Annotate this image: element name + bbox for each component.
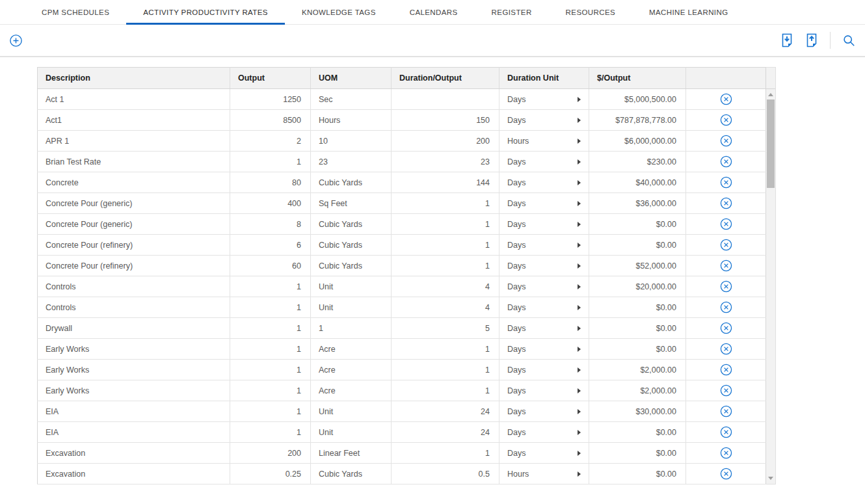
dropdown-arrow-icon[interactable] [578, 180, 581, 185]
cell-uom[interactable]: Sec [311, 89, 392, 110]
column-header-cost-output[interactable]: $/Output [589, 68, 686, 89]
cell-duration-unit[interactable]: Days [499, 297, 589, 318]
cell-output[interactable]: 6 [230, 235, 311, 256]
import-file-icon[interactable] [780, 33, 793, 47]
delete-row-button[interactable] [720, 405, 732, 418]
export-file-icon[interactable] [805, 33, 818, 47]
delete-row-button[interactable] [720, 155, 732, 168]
cell-uom[interactable]: Sq Feet [311, 193, 392, 214]
cell-cost-output[interactable]: $0.00 [589, 443, 686, 464]
dropdown-arrow-icon[interactable] [578, 139, 581, 144]
tab-machine-learning[interactable]: MACHINE LEARNING [632, 0, 745, 24]
cell-cost-output[interactable]: $0.00 [589, 464, 686, 484]
delete-row-button[interactable] [720, 176, 732, 189]
cell-duration-output[interactable]: 1 [392, 443, 499, 464]
dropdown-arrow-icon[interactable] [578, 388, 581, 393]
cell-uom[interactable]: Unit [311, 401, 392, 422]
delete-row-button[interactable] [720, 301, 732, 313]
cell-duration-output[interactable]: 144 [392, 172, 499, 193]
cell-duration-output[interactable]: 150 [392, 110, 499, 131]
cell-duration-output[interactable]: 1 [392, 214, 499, 235]
cell-duration-unit[interactable]: Days [499, 256, 589, 276]
delete-row-button[interactable] [720, 135, 732, 147]
column-header-duration-output[interactable]: Duration/Output [392, 68, 499, 89]
cell-output[interactable]: 60 [230, 256, 311, 276]
add-circle-icon[interactable] [9, 34, 23, 47]
scrollbar-thumb[interactable] [767, 99, 775, 188]
cell-duration-output[interactable]: 200 [392, 131, 499, 152]
cell-duration-unit[interactable]: Days [499, 380, 589, 401]
dropdown-arrow-icon[interactable] [578, 118, 581, 123]
delete-row-button[interactable] [720, 280, 732, 293]
cell-description[interactable]: EIA [38, 422, 230, 443]
cell-description[interactable]: Act 1 [38, 89, 230, 110]
dropdown-arrow-icon[interactable] [578, 430, 581, 435]
cell-description[interactable]: Early Works [38, 339, 230, 360]
search-icon[interactable] [842, 34, 856, 47]
cell-duration-output[interactable]: 1 [392, 339, 499, 360]
cell-cost-output[interactable]: $787,878,778.00 [589, 110, 686, 131]
scrollbar-track[interactable] [766, 89, 775, 484]
cell-uom[interactable]: Cubic Yards [311, 256, 392, 276]
cell-cost-output[interactable]: $230.00 [589, 152, 686, 172]
cell-uom[interactable]: 23 [311, 152, 392, 172]
cell-cost-output[interactable]: $40,000.00 [589, 172, 686, 193]
dropdown-arrow-icon[interactable] [578, 305, 581, 310]
cell-description[interactable]: Early Works [38, 380, 230, 401]
cell-uom[interactable]: Unit [311, 422, 392, 443]
cell-duration-unit[interactable]: Hours [499, 131, 589, 152]
cell-description[interactable]: Concrete Pour (refinery) [38, 235, 230, 256]
cell-duration-unit[interactable]: Days [499, 193, 589, 214]
tab-register[interactable]: REGISTER [475, 0, 549, 24]
cell-duration-unit[interactable]: Days [499, 89, 589, 110]
cell-uom[interactable]: Unit [311, 276, 392, 297]
cell-cost-output[interactable]: $2,000.00 [589, 360, 686, 380]
cell-output[interactable]: 1 [230, 152, 311, 172]
dropdown-arrow-icon[interactable] [578, 284, 581, 289]
cell-duration-unit[interactable]: Days [499, 172, 589, 193]
cell-cost-output[interactable]: $0.00 [589, 318, 686, 339]
cell-duration-output[interactable]: 24 [392, 401, 499, 422]
delete-row-button[interactable] [720, 93, 732, 105]
delete-row-button[interactable] [720, 114, 732, 126]
cell-description[interactable]: Controls [38, 276, 230, 297]
cell-uom[interactable]: Cubic Yards [311, 235, 392, 256]
cell-uom[interactable]: Acre [311, 339, 392, 360]
cell-description[interactable]: APR 1 [38, 131, 230, 152]
cell-uom[interactable]: 1 [311, 318, 392, 339]
cell-description[interactable]: Concrete Pour (refinery) [38, 256, 230, 276]
cell-cost-output[interactable]: $30,000.00 [589, 401, 686, 422]
cell-uom[interactable]: Cubic Yards [311, 172, 392, 193]
delete-row-button[interactable] [720, 218, 732, 230]
delete-row-button[interactable] [720, 468, 732, 480]
cell-output[interactable]: 400 [230, 193, 311, 214]
cell-duration-output[interactable]: 1 [392, 235, 499, 256]
tab-activity-productivity-rates[interactable]: ACTIVITY PRODUCTIVITY RATES [126, 0, 285, 24]
scroll-down-arrow-icon[interactable] [768, 477, 773, 480]
cell-cost-output[interactable]: $52,000.00 [589, 256, 686, 276]
cell-duration-output[interactable]: 4 [392, 276, 499, 297]
cell-uom[interactable]: 10 [311, 131, 392, 152]
dropdown-arrow-icon[interactable] [578, 471, 581, 477]
cell-duration-output[interactable]: 23 [392, 152, 499, 172]
column-header-duration-unit[interactable]: Duration Unit [499, 68, 589, 89]
cell-duration-output[interactable]: 1 [392, 256, 499, 276]
column-header-description[interactable]: Description [38, 68, 230, 89]
cell-output[interactable]: 1 [230, 276, 311, 297]
cell-duration-unit[interactable]: Hours [499, 464, 589, 484]
cell-duration-unit[interactable]: Days [499, 443, 589, 464]
cell-description[interactable]: Excavation [38, 464, 230, 484]
cell-description[interactable]: Drywall [38, 318, 230, 339]
delete-row-button[interactable] [720, 197, 732, 209]
cell-cost-output[interactable]: $5,000,500.00 [589, 89, 686, 110]
cell-uom[interactable]: Cubic Yards [311, 464, 392, 484]
cell-description[interactable]: Concrete [38, 172, 230, 193]
tab-knowledge-tags[interactable]: KNOWLEDGE TAGS [285, 0, 393, 24]
cell-output[interactable]: 200 [230, 443, 311, 464]
cell-output[interactable]: 1 [230, 360, 311, 380]
cell-duration-unit[interactable]: Days [499, 276, 589, 297]
delete-row-button[interactable] [720, 322, 732, 334]
cell-cost-output[interactable]: $0.00 [589, 339, 686, 360]
cell-description[interactable]: Act1 [38, 110, 230, 131]
cell-uom[interactable]: Linear Feet [311, 443, 392, 464]
